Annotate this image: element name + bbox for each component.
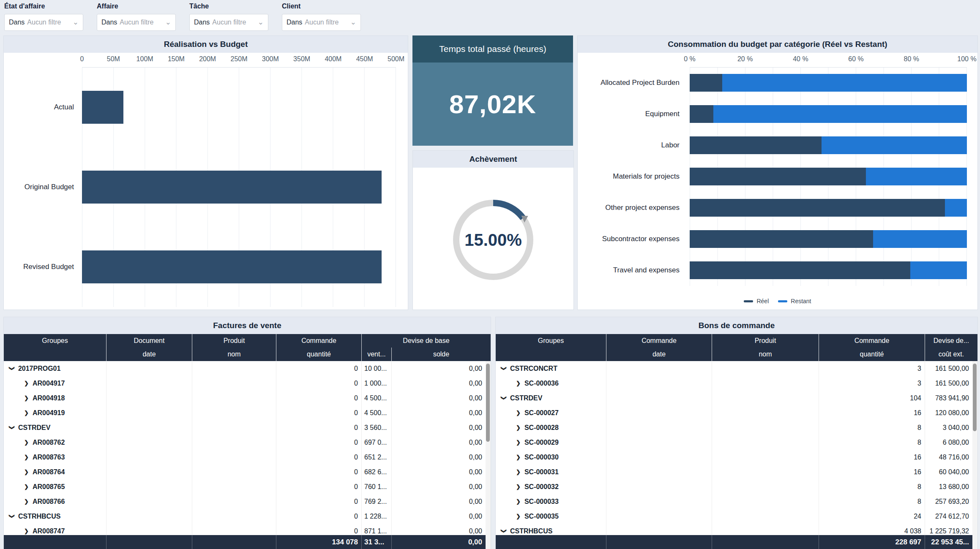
collapse-icon[interactable]: ❯ bbox=[501, 529, 507, 533]
bar-segment[interactable] bbox=[690, 74, 722, 92]
bar-segment[interactable] bbox=[690, 105, 713, 123]
row-label: CSTRDEV bbox=[510, 394, 542, 402]
table-row[interactable]: ❯SC-00003524274 612,70 bbox=[496, 509, 972, 524]
filter-select[interactable]: DansAucun filtre⌄ bbox=[189, 14, 268, 31]
filter-select[interactable]: DansAucun filtre⌄ bbox=[282, 14, 361, 31]
filter-select[interactable]: DansAucun filtre⌄ bbox=[97, 14, 176, 31]
collapse-icon[interactable]: ❯ bbox=[9, 366, 15, 371]
table-row[interactable]: ❯SC-0000311660 040,00 bbox=[496, 465, 972, 479]
bar-segment[interactable] bbox=[822, 136, 967, 154]
table-row[interactable]: ❯CSTRDEV03 560...0,00 bbox=[4, 420, 486, 435]
col-header-date[interactable]: date bbox=[106, 348, 192, 361]
expand-icon[interactable]: ❯ bbox=[24, 380, 29, 386]
table-row[interactable]: ❯SC-0000363161 500,00 bbox=[496, 376, 972, 391]
col-header-produit[interactable]: Produit bbox=[192, 334, 276, 348]
table-row[interactable]: ❯CSTRHBCUS01 228...0,00 bbox=[4, 509, 486, 524]
table-row[interactable]: ❯SC-00002986 080,00 bbox=[496, 435, 972, 450]
collapse-icon[interactable]: ❯ bbox=[501, 366, 507, 371]
expand-icon[interactable]: ❯ bbox=[24, 484, 29, 490]
filter-select[interactable]: DansAucun filtre⌄ bbox=[4, 14, 83, 31]
col-header-commande[interactable]: Commande bbox=[606, 334, 712, 348]
expand-icon[interactable]: ❯ bbox=[24, 498, 29, 505]
expand-icon[interactable]: ❯ bbox=[516, 469, 521, 475]
col-header-nom[interactable]: nom bbox=[192, 348, 276, 361]
collapse-icon[interactable]: ❯ bbox=[501, 396, 507, 400]
realisation-vs-budget-card: Réalisation vs Budget 050M100M150M200M25… bbox=[3, 35, 408, 310]
expand-icon[interactable]: ❯ bbox=[24, 410, 29, 416]
table-row[interactable]: ❯SC-0000338257 693,20 bbox=[496, 494, 972, 509]
collapse-icon[interactable]: ❯ bbox=[9, 514, 15, 519]
table-row[interactable]: ❯AR00491701 000...0,00 bbox=[4, 376, 486, 391]
bar-segment[interactable] bbox=[713, 105, 967, 123]
expand-icon[interactable]: ❯ bbox=[24, 454, 29, 460]
expand-icon[interactable]: ❯ bbox=[24, 528, 29, 534]
bar-segment[interactable] bbox=[690, 136, 822, 154]
scrollbar-thumb[interactable] bbox=[486, 364, 490, 442]
col-header-qte2[interactable]: quantité bbox=[819, 348, 925, 361]
bar-segment[interactable] bbox=[722, 74, 967, 92]
bar[interactable] bbox=[82, 250, 382, 283]
table-row[interactable]: ❯AR00491804 500...0,00 bbox=[4, 391, 486, 405]
table-row[interactable]: ❯CSTRCONCRT3161 500,00 bbox=[496, 361, 972, 376]
col-header-devise[interactable]: Devise de... bbox=[925, 334, 977, 348]
bar-segment[interactable] bbox=[866, 168, 967, 185]
expand-icon[interactable]: ❯ bbox=[24, 439, 29, 446]
bar-segment[interactable] bbox=[873, 230, 967, 248]
table-row[interactable]: ❯SC-00002716120 080,00 bbox=[496, 405, 972, 420]
table-row[interactable]: ❯AR00491904 500...0,00 bbox=[4, 405, 486, 420]
col-header-quantite[interactable]: quantité bbox=[276, 348, 361, 361]
col-header-solde[interactable]: solde bbox=[391, 348, 491, 361]
bar-segment[interactable] bbox=[910, 261, 967, 279]
orders-header: Groupes Commande Produit Commande Devise… bbox=[496, 334, 977, 361]
col-header-vent[interactable]: vent... bbox=[361, 348, 391, 361]
total-solde: 0,00 bbox=[391, 535, 486, 549]
col-header-quantite[interactable]: Commande bbox=[819, 334, 925, 348]
bar[interactable] bbox=[82, 91, 123, 124]
expand-icon[interactable]: ❯ bbox=[516, 513, 521, 519]
table-row[interactable]: ❯SC-00002883 040,00 bbox=[496, 420, 972, 435]
collapse-icon[interactable]: ❯ bbox=[9, 425, 15, 430]
scrollbar bbox=[486, 361, 491, 549]
bar[interactable] bbox=[82, 171, 382, 204]
table-row[interactable]: ❯AR0087660769 2...0,00 bbox=[4, 494, 486, 509]
col-header-groupes[interactable]: Groupes bbox=[4, 334, 106, 348]
col-header-produit[interactable]: Produit bbox=[712, 334, 819, 348]
expand-icon[interactable]: ❯ bbox=[24, 395, 29, 401]
col-header-devise[interactable]: Devise de base bbox=[361, 334, 491, 348]
kpi-title: Temps total passé (heures) bbox=[412, 35, 573, 63]
col-header-groupes[interactable]: Groupes bbox=[496, 334, 606, 348]
col-header-cout[interactable]: coût ext. bbox=[925, 348, 977, 361]
table-row[interactable]: ❯AR0087630651 2...0,00 bbox=[4, 450, 486, 465]
table-row[interactable]: ❯AR0087640682 6...0,00 bbox=[4, 465, 486, 479]
table-row[interactable]: ❯2017PROG01010 00...0,00 bbox=[4, 361, 486, 376]
bar-segment[interactable] bbox=[690, 168, 866, 185]
expand-icon[interactable]: ❯ bbox=[516, 380, 521, 386]
col-header-date[interactable]: date bbox=[606, 348, 712, 361]
expand-icon[interactable]: ❯ bbox=[516, 439, 521, 446]
expand-icon[interactable]: ❯ bbox=[516, 454, 521, 460]
table-row[interactable]: ❯AR0087620697 0...0,00 bbox=[4, 435, 486, 450]
row-label: SC-000032 bbox=[524, 483, 559, 491]
col-header-commande[interactable]: Commande bbox=[276, 334, 361, 348]
table-row[interactable]: ❯SC-0000301648 716,00 bbox=[496, 450, 972, 465]
bar-segment[interactable] bbox=[690, 230, 873, 248]
chevron-down-icon: ⌄ bbox=[73, 20, 79, 24]
table-row[interactable]: ❯CSTRHBCUS4 0381 225 719,32 bbox=[496, 524, 972, 535]
expand-icon[interactable]: ❯ bbox=[516, 484, 521, 490]
scrollbar-thumb[interactable] bbox=[973, 364, 977, 431]
row-label: CSTRDEV bbox=[18, 424, 50, 432]
bar-segment[interactable] bbox=[690, 199, 945, 217]
table-row[interactable]: ❯CSTRDEV104783 941,90 bbox=[496, 391, 972, 405]
total-qty: 228 697 bbox=[819, 535, 925, 549]
col-header-nom[interactable]: nom bbox=[712, 348, 819, 361]
expand-icon[interactable]: ❯ bbox=[24, 469, 29, 475]
expand-icon[interactable]: ❯ bbox=[516, 424, 521, 431]
table-row[interactable]: ❯AR0087470871 1...0,00 bbox=[4, 524, 486, 535]
bar-segment[interactable] bbox=[945, 199, 967, 217]
table-row[interactable]: ❯SC-000032813 680,00 bbox=[496, 479, 972, 494]
col-header-document[interactable]: Document bbox=[106, 334, 192, 348]
bar-segment[interactable] bbox=[690, 261, 910, 279]
expand-icon[interactable]: ❯ bbox=[516, 410, 521, 416]
table-row[interactable]: ❯AR0087650760 1...0,00 bbox=[4, 479, 486, 494]
expand-icon[interactable]: ❯ bbox=[516, 498, 521, 505]
